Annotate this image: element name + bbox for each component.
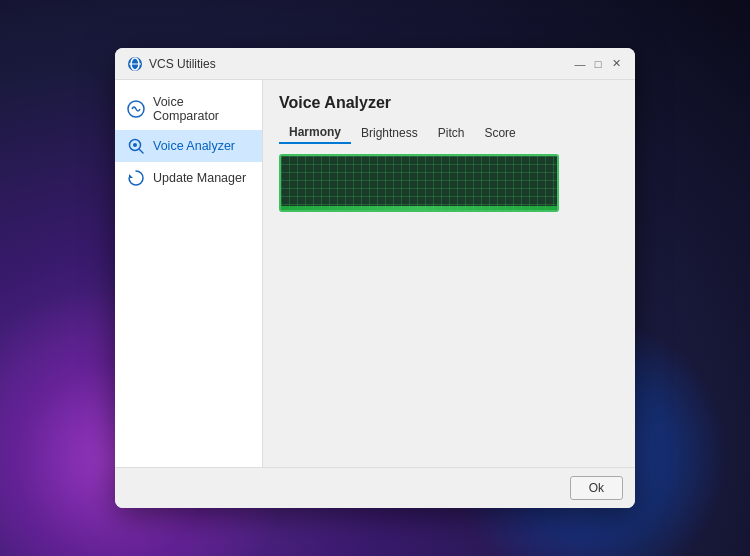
main-window: VCS Utilities — □ ✕ Voice Comparator: [115, 48, 635, 508]
svg-marker-7: [129, 174, 133, 178]
window-body: Voice Comparator Voice Analyzer: [115, 80, 635, 467]
maximize-button[interactable]: □: [591, 57, 605, 71]
grid-glow: [281, 206, 557, 210]
ok-button[interactable]: Ok: [570, 476, 623, 500]
tab-brightness[interactable]: Brightness: [351, 122, 428, 144]
update-manager-icon: [127, 169, 145, 187]
sidebar-label-voice-comparator: Voice Comparator: [153, 95, 250, 123]
tab-pitch[interactable]: Pitch: [428, 122, 475, 144]
sidebar-label-update-manager: Update Manager: [153, 171, 246, 185]
sidebar-item-voice-analyzer[interactable]: Voice Analyzer: [115, 130, 262, 162]
title-bar: VCS Utilities — □ ✕: [115, 48, 635, 80]
svg-line-5: [139, 149, 143, 153]
window-footer: Ok: [115, 467, 635, 508]
page-title: Voice Analyzer: [279, 94, 619, 112]
close-button[interactable]: ✕: [609, 57, 623, 71]
minimize-button[interactable]: —: [573, 57, 587, 71]
title-bar-left: VCS Utilities: [127, 56, 216, 72]
sidebar-item-voice-comparator[interactable]: Voice Comparator: [115, 88, 262, 130]
tab-harmony[interactable]: Harmony: [279, 122, 351, 144]
voice-comparator-icon: [127, 100, 145, 118]
sidebar: Voice Comparator Voice Analyzer: [115, 80, 263, 467]
sidebar-item-update-manager[interactable]: Update Manager: [115, 162, 262, 194]
title-bar-controls: — □ ✕: [573, 57, 623, 71]
app-title: VCS Utilities: [149, 57, 216, 71]
analyzer-display: [279, 154, 559, 212]
tabs-bar: Harmony Brightness Pitch Score: [279, 122, 619, 144]
main-content: Voice Analyzer Harmony Brightness Pitch …: [263, 80, 635, 467]
svg-point-6: [133, 143, 137, 147]
voice-analyzer-icon: [127, 137, 145, 155]
app-icon: [127, 56, 143, 72]
tab-score[interactable]: Score: [474, 122, 525, 144]
sidebar-label-voice-analyzer: Voice Analyzer: [153, 139, 235, 153]
grid-overlay: [281, 156, 557, 210]
